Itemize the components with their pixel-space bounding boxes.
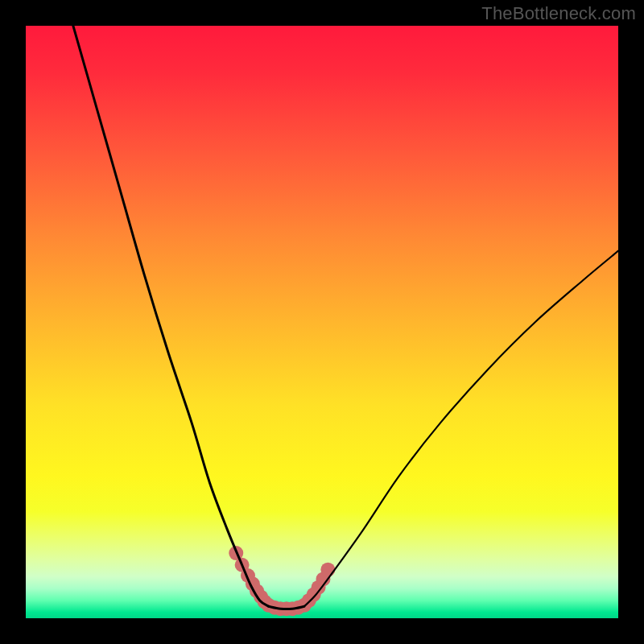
curve-layer xyxy=(26,26,618,618)
curve-right-branch xyxy=(304,251,618,607)
watermark-text: TheBottleneck.com xyxy=(481,3,636,24)
valley-marker-dot xyxy=(320,563,335,577)
chart-frame: TheBottleneck.com xyxy=(0,0,644,644)
plot-area xyxy=(26,26,618,618)
curve-left-branch xyxy=(73,26,269,606)
valley-markers xyxy=(229,546,335,616)
